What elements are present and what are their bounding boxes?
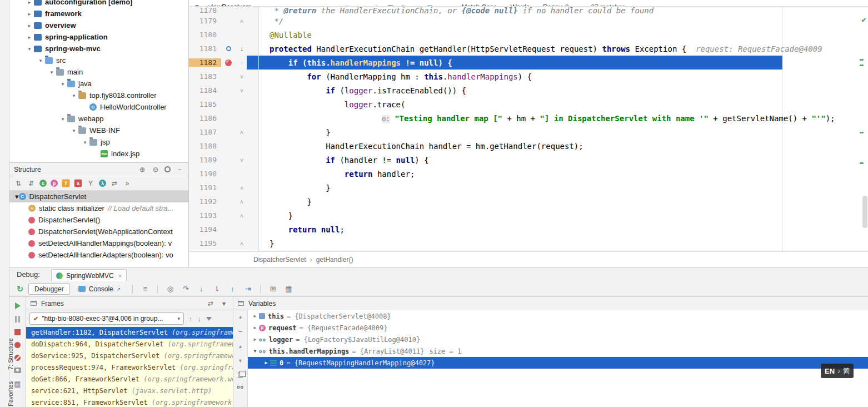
chevron-down-icon[interactable] [69,93,78,98]
find-options-icon[interactable]: ≡ [401,3,405,7]
code-text[interactable]: return handler; [248,170,868,178]
tree-item-spring-web-mvc[interactable]: spring-web-mvc [9,43,188,54]
fold-marker-icon[interactable]: ↓ [236,45,248,53]
show-properties-icon[interactable]: p [51,180,58,187]
chevron-down-icon[interactable] [58,116,67,122]
next-frame-icon[interactable]: ↓ [198,315,202,323]
variables-tree[interactable]: this= {DispatcherServlet@4008} prequest=… [248,310,868,407]
code-text[interactable]: if (handler != null) { [248,156,868,165]
tree-item-helloworldcontroller[interactable]: CHelloWorldController [9,101,188,113]
chevron-down-icon[interactable] [58,81,67,87]
stop-icon[interactable] [14,329,21,335]
fold-marker-icon[interactable]: ˅ [236,87,248,94]
tree-item-package-controller[interactable]: top.fjy8018.controller [9,90,188,101]
tree-item-webapp[interactable]: webapp [9,113,188,125]
fold-marker-icon[interactable]: ˄ [236,240,248,247]
stack-frame[interactable]: doService:925, DispatcherServlet (org.sp… [26,350,233,362]
structure-item-constructor-ctx[interactable]: DispatcherServlet(WebApplicationContext [9,226,188,237]
code-text[interactable]: */ [248,17,868,26]
code-text[interactable]: * @return the HandlerExecutionChain, or … [248,7,868,14]
frames-options-icon[interactable]: ⇄ [206,300,215,307]
show-fields-toggle[interactable]: f [62,179,70,187]
match-case-toggle[interactable]: Match Case [461,3,497,7]
line-number[interactable]: 1182 [189,58,221,67]
code-text[interactable]: return null; [248,225,868,234]
line-number[interactable]: 1188 [189,142,221,150]
fold-marker-icon[interactable]: ˄ [236,198,248,205]
sort-icon[interactable]: ⇅ [14,180,23,187]
line-number[interactable]: 1187 [189,128,221,136]
chevron-down-icon[interactable] [15,192,19,201]
project-tree[interactable]: autoconfiguration [demo] framework overv… [9,0,188,162]
stack-frame[interactable]: doDispatch:964, DispatcherServlet (org.s… [26,339,233,350]
fold-marker-icon[interactable]: ˄ [236,129,248,136]
line-number[interactable]: 1185 [189,100,221,108]
tree-item-jsp-folder[interactable]: jsp [9,136,188,148]
change-marker[interactable] [860,132,864,133]
line-number[interactable]: 1191 [189,183,221,192]
scroll-down-icon[interactable]: ▼ [238,357,243,365]
fold-marker-icon[interactable]: ˅ [236,73,248,80]
select-all-occurrences-icon[interactable]: ⊞ [387,3,393,7]
variable-row-handlermappings[interactable]: oothis.handlerMappings= {ArrayList@4011}… [248,345,868,357]
stack-frame[interactable]: getHandler:1182, DispatcherServlet (org.… [26,327,233,339]
view-as-table-icon[interactable]: ⊞ [266,285,280,293]
duplicate-watch-icon[interactable] [238,373,243,378]
close-tab-icon[interactable]: × [118,272,122,279]
tree-item-src[interactable]: src [9,54,188,66]
rerun-icon[interactable]: ↻ [14,284,26,294]
code-editor[interactable]: 1178 * @return the HandlerExecutionChain… [189,7,868,251]
variable-row-element-0[interactable]: 0= {RequestMappingHandlerMapping@4027} [248,357,868,369]
stack-frame[interactable]: service:621, HttpServlet (javax.servlet.… [26,385,233,397]
add-watch-icon[interactable]: + [238,314,243,321]
frames-collapse-icon[interactable]: ▾ [220,300,228,307]
debugger-settings-icon[interactable]: ▦ [282,285,295,293]
show-lambdas-icon[interactable]: λ [99,180,106,187]
autoscroll-icon[interactable]: ⇄ [110,180,119,187]
search-input[interactable]: viewResolvers [208,3,251,7]
line-number[interactable]: 1195 [189,239,221,247]
code-text[interactable]: @Nullable [248,31,868,39]
stack-frame[interactable]: processRequest:974, FrameworkServlet (or… [26,362,233,374]
frame-list[interactable]: getHandler:1182, DispatcherServlet (org.… [26,327,233,407]
code-text[interactable]: } [248,128,868,137]
search-history-icon[interactable]: ▾ [202,5,204,7]
toolwindow-tab-structure[interactable]: 7: Structure [7,338,14,370]
chevron-right-icon[interactable] [251,314,259,319]
thread-dropdown[interactable]: ✔ "http-bio-8080-exec-3"@4,006 in group.… [29,312,184,325]
hide-frames-filter-icon[interactable] [206,317,212,321]
tree-item-framework[interactable]: framework [9,8,188,19]
show-classes-icon[interactable]: c [39,180,47,187]
line-number[interactable]: 1194 [189,225,221,234]
step-into-icon[interactable]: ↓ [194,285,208,293]
pause-program-icon[interactable] [15,316,20,322]
line-number[interactable]: 1184 [189,86,221,95]
line-number[interactable]: 1178 [189,7,221,14]
line-number[interactable]: 1186 [189,114,221,122]
chevron-right-icon[interactable] [25,34,34,40]
structure-item-static-initializer[interactable]: ≡static class initializer// Load default… [9,202,188,214]
tree-item-overview[interactable]: overview [9,19,188,31]
editor-scrollbar[interactable] [862,196,867,228]
line-number[interactable]: 1181 [189,44,221,53]
find-previous-icon[interactable]: ↑ [374,3,377,7]
structure-tree[interactable]: CDispatcherServlet ≡static class initial… [9,191,188,261]
tab-console[interactable]: Console ↗ [72,283,127,295]
code-text[interactable]: logger.trace( [248,100,868,109]
previous-frame-icon[interactable]: ↑ [189,315,193,323]
sort-by-visibility-icon[interactable]: ⇵ [27,180,36,187]
line-number[interactable]: 1189 [189,156,221,164]
step-out-icon[interactable]: ↑ [226,285,239,293]
search-filter-icon[interactable] [427,6,432,7]
inspections-status-icon[interactable]: ✔ [861,17,866,24]
force-step-into-icon[interactable]: ⇂ [210,285,223,293]
change-marker[interactable] [860,64,864,66]
code-text[interactable]: } [248,211,868,220]
words-toggle[interactable]: Words [511,3,530,7]
remove-watch-icon[interactable]: − [238,328,243,336]
stack-frame[interactable]: service:851, FrameworkServlet (org.sprin… [26,397,233,407]
show-inherited-icon[interactable]: Y [86,180,95,187]
code-text[interactable]: } [248,197,868,206]
run-to-cursor-icon[interactable]: ⇥ [241,285,255,293]
clear-search-icon[interactable]: × [345,3,348,7]
